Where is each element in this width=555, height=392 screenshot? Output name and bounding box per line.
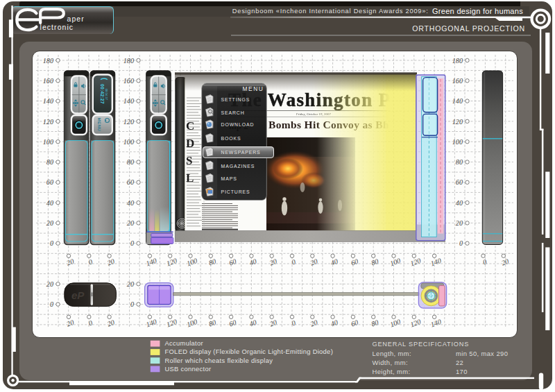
svg-text:0: 0 xyxy=(130,300,134,308)
svg-text:Roller which cheats flexible: Roller which cheats flexible display xyxy=(165,357,273,364)
svg-text:NEWSPAPERS: NEWSPAPERS xyxy=(221,150,261,155)
svg-text:120: 120 xyxy=(165,257,178,268)
svg-text:120: 120 xyxy=(165,318,178,329)
svg-text:100: 100 xyxy=(43,138,53,146)
svg-text:140: 140 xyxy=(145,257,157,268)
svg-text:60: 60 xyxy=(127,178,134,186)
svg-text:100: 100 xyxy=(389,257,402,268)
svg-text:120: 120 xyxy=(452,118,463,126)
svg-text:0: 0 xyxy=(481,258,488,266)
svg-text:SEARCH: SEARCH xyxy=(221,110,245,115)
svg-text:140: 140 xyxy=(452,97,463,105)
svg-text:Accumulator: Accumulator xyxy=(165,339,203,347)
svg-text:20: 20 xyxy=(106,257,115,267)
svg-text:20: 20 xyxy=(309,318,318,328)
svg-text:120: 120 xyxy=(123,118,134,126)
svg-text:20: 20 xyxy=(127,280,134,288)
svg-text:aper: aper xyxy=(67,15,85,23)
svg-text:eP: eP xyxy=(71,289,85,301)
svg-text:20: 20 xyxy=(456,219,463,227)
svg-text:60: 60 xyxy=(456,178,463,186)
svg-text:MAPS: MAPS xyxy=(221,176,237,181)
svg-text:FOLED display (Flexible Organi: FOLED display (Flexible Organic Light-Em… xyxy=(165,348,334,355)
svg-text:20: 20 xyxy=(268,257,278,267)
svg-text:0: 0 xyxy=(291,319,297,327)
svg-text:60: 60 xyxy=(350,257,359,267)
svg-text:60: 60 xyxy=(350,318,359,328)
svg-text:80: 80 xyxy=(456,158,463,166)
svg-text:Height, mm:: Height, mm: xyxy=(373,368,411,375)
svg-text:120: 120 xyxy=(409,318,422,329)
svg-text:Bombs Hit Convoy as Bhut: Bombs Hit Convoy as Bhut xyxy=(268,119,400,130)
svg-text:60: 60 xyxy=(46,178,53,186)
svg-text:160: 160 xyxy=(43,77,53,85)
svg-text:MENU: MENU xyxy=(97,118,102,132)
svg-text:GENERAL SPECIFICATIONS: GENERAL SPECIFICATIONS xyxy=(373,341,470,348)
svg-text:60: 60 xyxy=(228,318,237,328)
svg-text:40: 40 xyxy=(330,318,339,328)
svg-text:140: 140 xyxy=(429,318,442,329)
svg-text:80: 80 xyxy=(46,158,53,166)
svg-text:80: 80 xyxy=(207,318,216,328)
svg-text:120: 120 xyxy=(43,118,53,126)
svg-text:00 04 27: 00 04 27 xyxy=(105,89,108,101)
svg-text:80: 80 xyxy=(370,257,379,267)
svg-text:180: 180 xyxy=(123,57,134,65)
svg-text:USB connector: USB connector xyxy=(165,365,212,373)
svg-text:D: D xyxy=(186,137,194,150)
svg-text:MENU: MENU xyxy=(242,85,264,92)
svg-text:0: 0 xyxy=(291,258,297,266)
svg-text:0: 0 xyxy=(130,239,134,247)
svg-text:40: 40 xyxy=(456,199,463,207)
svg-text:00:42:27: 00:42:27 xyxy=(100,84,105,104)
svg-text:22: 22 xyxy=(456,359,463,366)
svg-text:160: 160 xyxy=(123,77,134,85)
svg-text:140: 140 xyxy=(145,318,157,329)
svg-text:lectronic: lectronic xyxy=(40,24,74,31)
svg-text:20: 20 xyxy=(46,280,53,288)
svg-text:40: 40 xyxy=(127,199,134,207)
svg-text:20: 20 xyxy=(500,257,509,267)
svg-text:min 50, max 290: min 50, max 290 xyxy=(456,350,508,357)
svg-text:0: 0 xyxy=(459,239,463,247)
svg-text:DOWNLOAD: DOWNLOAD xyxy=(221,122,255,127)
svg-text:170: 170 xyxy=(456,368,468,375)
svg-text:Designboom «Incheon Internatio: Designboom «Incheon International Design… xyxy=(232,8,429,15)
svg-text:Green design for humans: Green design for humans xyxy=(432,7,523,15)
svg-text:60: 60 xyxy=(228,257,237,267)
svg-text:Width, mm:: Width, mm: xyxy=(373,359,408,366)
svg-text:Length, mm:: Length, mm: xyxy=(373,350,412,357)
svg-text:100: 100 xyxy=(452,138,463,146)
svg-text:ORTHOGONAL PROJECTION: ORTHOGONAL PROJECTION xyxy=(412,24,525,33)
svg-text:140: 140 xyxy=(123,97,134,105)
svg-text:0: 0 xyxy=(50,300,53,308)
svg-text:140: 140 xyxy=(429,257,442,268)
svg-text:140: 140 xyxy=(43,97,53,105)
svg-text:20: 20 xyxy=(46,219,53,227)
svg-text:180: 180 xyxy=(452,57,463,65)
svg-text:C: C xyxy=(186,119,194,133)
svg-text:0: 0 xyxy=(50,239,53,247)
svg-text:20: 20 xyxy=(127,219,134,227)
svg-text:100: 100 xyxy=(186,257,198,268)
svg-text:40: 40 xyxy=(248,318,257,328)
svg-text:40: 40 xyxy=(248,257,257,267)
svg-text:100: 100 xyxy=(186,318,198,329)
svg-text:80: 80 xyxy=(127,158,134,166)
svg-text:SETTINGS: SETTINGS xyxy=(221,97,250,102)
svg-text:20: 20 xyxy=(268,318,278,328)
svg-text:80: 80 xyxy=(207,257,216,267)
svg-text:40: 40 xyxy=(46,199,53,207)
svg-text:PICTURES: PICTURES xyxy=(221,189,250,194)
svg-text:S: S xyxy=(186,154,192,167)
svg-text:100: 100 xyxy=(389,318,402,329)
svg-text:20: 20 xyxy=(66,257,75,267)
svg-text:80: 80 xyxy=(370,318,379,328)
svg-text:MAGAZINES: MAGAZINES xyxy=(221,164,255,169)
svg-text:BOOKS: BOOKS xyxy=(221,136,241,141)
svg-text:100: 100 xyxy=(123,138,134,146)
svg-text:40: 40 xyxy=(330,257,339,267)
svg-text:20: 20 xyxy=(309,257,318,267)
svg-text:180: 180 xyxy=(43,57,53,65)
svg-text:20: 20 xyxy=(106,318,115,328)
